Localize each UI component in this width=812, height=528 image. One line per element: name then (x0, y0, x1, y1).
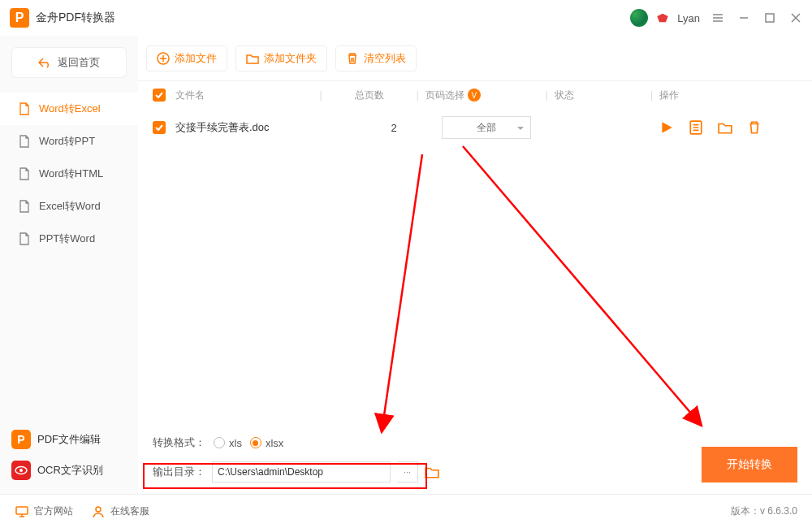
doc-icon (18, 167, 31, 180)
vip-icon (656, 12, 669, 24)
col-status: 状态 (555, 89, 644, 102)
nav-label: Word转PPT (39, 134, 95, 149)
headset-icon (91, 504, 106, 519)
sidebar: 返回首页 Word转Excel Word转PPT Word转HTML Excel… (0, 36, 138, 494)
nav-word-excel[interactable]: Word转Excel (0, 93, 138, 125)
tool-label: OCR文字识别 (37, 463, 103, 478)
svg-point-2 (19, 469, 23, 472)
monitor-icon (15, 504, 29, 519)
page-range-select[interactable]: 全部 (442, 116, 531, 139)
col-action: 操作 (659, 89, 797, 102)
page-count: 2 (346, 122, 442, 134)
btn-label: 清空列表 (364, 51, 406, 66)
radio-xlsx[interactable]: xlsx (250, 437, 283, 449)
official-site-link[interactable]: 官方网站 (15, 504, 73, 519)
folder-icon (246, 52, 259, 65)
plus-circle-icon (157, 52, 170, 65)
minimize-icon[interactable] (737, 11, 750, 24)
back-arrow-icon (38, 57, 51, 68)
close-icon[interactable] (789, 11, 802, 24)
output-label: 输出目录： (153, 465, 205, 479)
btn-label: 添加文件夹 (264, 51, 317, 66)
path-more-button[interactable]: ··· (397, 461, 418, 483)
doc-icon (18, 102, 31, 115)
col-select: 页码选择 (425, 89, 464, 101)
file-name: 交接手续完善表.doc (175, 120, 346, 135)
support-link[interactable]: 在线客服 (91, 504, 149, 519)
play-icon[interactable] (659, 120, 674, 135)
username: Lyan (677, 12, 700, 24)
back-button[interactable]: 返回首页 (11, 47, 127, 78)
col-pages: 总页数 (329, 89, 410, 102)
nav-ppt-word[interactable]: PPT转Word (0, 223, 138, 255)
ocr-icon (11, 461, 31, 480)
tool-label: PDF文件编辑 (37, 432, 101, 447)
doc-icon (18, 135, 31, 148)
delete-icon[interactable] (747, 120, 762, 135)
folder-icon[interactable] (718, 120, 732, 135)
add-folder-button[interactable]: 添加文件夹 (235, 45, 327, 71)
table-row: 交接手续完善表.doc 2 全部 (138, 109, 812, 146)
nav-word-html[interactable]: Word转HTML (0, 158, 138, 190)
svg-rect-7 (16, 507, 28, 514)
vip-badge: V (468, 89, 481, 102)
add-file-button[interactable]: 添加文件 (146, 45, 227, 71)
radio-xls[interactable]: xls (214, 437, 242, 449)
select-all-checkbox[interactable] (153, 89, 166, 102)
table-header: 文件名 | 总页数 | 页码选择V | 状态 | 操作 (138, 81, 812, 109)
svg-point-8 (96, 507, 101, 512)
nav-label: PPT转Word (39, 232, 95, 246)
doc-icon (18, 232, 31, 245)
nav-label: Excel转Word (39, 199, 101, 214)
output-path-input[interactable] (212, 461, 391, 483)
tool-pdf-edit[interactable]: P PDF文件编辑 (0, 424, 138, 455)
document-icon[interactable] (689, 120, 703, 135)
version-label: 版本：v 6.6.3.0 (731, 504, 797, 518)
app-title: 金舟PDF转换器 (36, 11, 630, 25)
nav-label: Word转HTML (39, 167, 103, 181)
menu-icon[interactable] (711, 11, 724, 24)
nav-label: Word转Excel (39, 102, 101, 116)
tool-ocr[interactable]: OCR文字识别 (0, 455, 138, 486)
doc-icon (18, 200, 31, 213)
nav-word-ppt[interactable]: Word转PPT (0, 125, 138, 158)
clear-button[interactable]: 清空列表 (335, 45, 417, 71)
format-label: 转换格式： (153, 435, 205, 450)
row-checkbox[interactable] (153, 121, 166, 134)
trash-icon (346, 52, 359, 65)
svg-rect-0 (766, 14, 774, 22)
back-label: 返回首页 (58, 55, 100, 70)
avatar[interactable] (630, 9, 648, 27)
nav-excel-word[interactable]: Excel转Word (0, 190, 138, 223)
app-logo: P (10, 8, 29, 28)
pdf-icon: P (11, 430, 31, 449)
col-name: 文件名 (175, 89, 313, 102)
maximize-icon[interactable] (763, 11, 776, 24)
start-button[interactable]: 开始转换 (702, 447, 797, 483)
open-folder-icon[interactable] (425, 465, 439, 479)
btn-label: 添加文件 (175, 51, 217, 66)
